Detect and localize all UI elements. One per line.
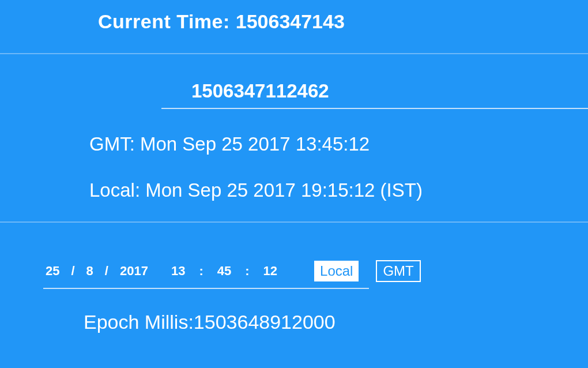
day-input[interactable]: 25 (43, 264, 62, 279)
gmt-result: GMT: Mon Sep 25 2017 13:45:12 (89, 133, 588, 155)
epoch-output: Epoch Millis:1503648912000 (84, 311, 588, 333)
minute-input[interactable]: 45 (215, 264, 233, 279)
current-time-value: 1506347143 (236, 10, 345, 32)
gmt-label: GMT: (89, 133, 140, 155)
epoch-label: Epoch Millis: (84, 311, 194, 333)
date-separator: / (96, 264, 118, 279)
time-separator: : (187, 264, 214, 279)
header-section: Current Time: 1506347143 (0, 0, 588, 54)
timestamp-input[interactable]: 1506347112462 (81, 80, 588, 108)
date-builder-row: 25 / 8 / 2017 13 : 45 : 12 Local GMT (43, 260, 588, 282)
second-input[interactable]: 12 (261, 264, 280, 279)
local-result: Local: Mon Sep 25 2017 19:15:12 (IST) (89, 179, 588, 201)
gmt-button[interactable]: GMT (376, 260, 420, 282)
conversion-section: 1506347112462 GMT: Mon Sep 25 2017 13:45… (0, 80, 588, 223)
date-builder-section: 25 / 8 / 2017 13 : 45 : 12 Local GMT Epo… (0, 223, 588, 333)
timezone-toggle: Local GMT (314, 260, 421, 282)
local-value: Mon Sep 25 2017 19:15:12 (IST) (145, 179, 423, 201)
current-time-label: Current Time: (98, 10, 236, 32)
local-label: Local: (89, 179, 145, 201)
time-separator: : (233, 264, 261, 279)
date-separator: / (62, 264, 84, 279)
gmt-value: Mon Sep 25 2017 13:45:12 (140, 133, 370, 155)
epoch-value: 1503648912000 (194, 311, 336, 333)
input-underline (161, 108, 588, 109)
timestamp-input-row: 1506347112462 (81, 80, 588, 109)
date-underline (43, 288, 369, 289)
month-input[interactable]: 8 (84, 264, 96, 279)
year-input[interactable]: 2017 (118, 264, 150, 279)
hour-input[interactable]: 13 (169, 264, 187, 279)
local-button[interactable]: Local (314, 261, 359, 281)
